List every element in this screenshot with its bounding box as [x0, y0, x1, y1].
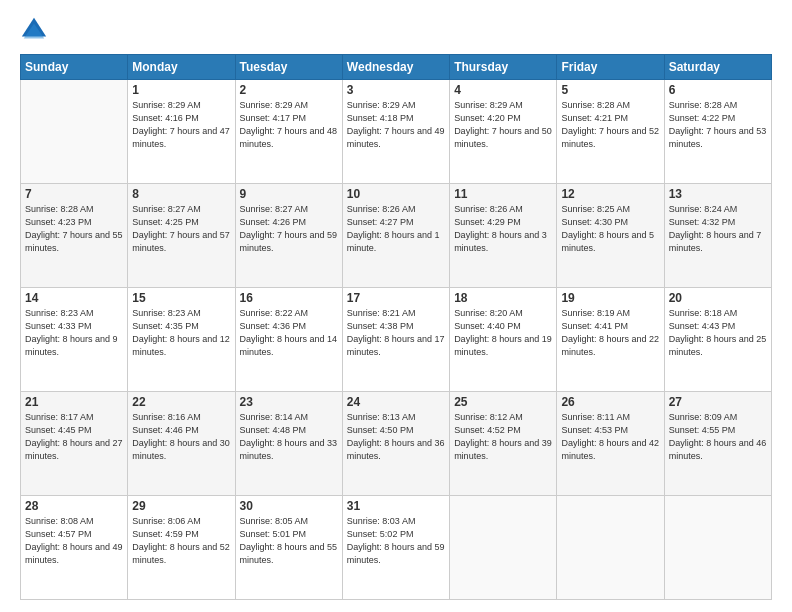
day-info: Sunrise: 8:26 AMSunset: 4:29 PMDaylight:… — [454, 203, 552, 255]
calendar-cell: 26Sunrise: 8:11 AMSunset: 4:53 PMDayligh… — [557, 392, 664, 496]
day-number: 8 — [132, 187, 230, 201]
day-number: 31 — [347, 499, 445, 513]
calendar-cell: 19Sunrise: 8:19 AMSunset: 4:41 PMDayligh… — [557, 288, 664, 392]
day-number: 10 — [347, 187, 445, 201]
day-info: Sunrise: 8:06 AMSunset: 4:59 PMDaylight:… — [132, 515, 230, 567]
calendar-cell: 10Sunrise: 8:26 AMSunset: 4:27 PMDayligh… — [342, 184, 449, 288]
calendar-cell: 5Sunrise: 8:28 AMSunset: 4:21 PMDaylight… — [557, 80, 664, 184]
day-info: Sunrise: 8:08 AMSunset: 4:57 PMDaylight:… — [25, 515, 123, 567]
day-info: Sunrise: 8:27 AMSunset: 4:26 PMDaylight:… — [240, 203, 338, 255]
day-number: 23 — [240, 395, 338, 409]
calendar-cell: 22Sunrise: 8:16 AMSunset: 4:46 PMDayligh… — [128, 392, 235, 496]
day-number: 27 — [669, 395, 767, 409]
calendar-cell: 17Sunrise: 8:21 AMSunset: 4:38 PMDayligh… — [342, 288, 449, 392]
calendar-cell: 15Sunrise: 8:23 AMSunset: 4:35 PMDayligh… — [128, 288, 235, 392]
day-number: 6 — [669, 83, 767, 97]
calendar-cell — [557, 496, 664, 600]
day-number: 9 — [240, 187, 338, 201]
logo — [20, 16, 52, 44]
calendar-cell — [21, 80, 128, 184]
day-number: 19 — [561, 291, 659, 305]
calendar-cell: 14Sunrise: 8:23 AMSunset: 4:33 PMDayligh… — [21, 288, 128, 392]
day-info: Sunrise: 8:13 AMSunset: 4:50 PMDaylight:… — [347, 411, 445, 463]
calendar-cell: 11Sunrise: 8:26 AMSunset: 4:29 PMDayligh… — [450, 184, 557, 288]
header — [20, 16, 772, 44]
day-info: Sunrise: 8:12 AMSunset: 4:52 PMDaylight:… — [454, 411, 552, 463]
calendar-week-row: 28Sunrise: 8:08 AMSunset: 4:57 PMDayligh… — [21, 496, 772, 600]
calendar-week-row: 14Sunrise: 8:23 AMSunset: 4:33 PMDayligh… — [21, 288, 772, 392]
day-info: Sunrise: 8:24 AMSunset: 4:32 PMDaylight:… — [669, 203, 767, 255]
day-info: Sunrise: 8:20 AMSunset: 4:40 PMDaylight:… — [454, 307, 552, 359]
day-info: Sunrise: 8:29 AMSunset: 4:20 PMDaylight:… — [454, 99, 552, 151]
day-number: 7 — [25, 187, 123, 201]
day-number: 4 — [454, 83, 552, 97]
day-number: 21 — [25, 395, 123, 409]
day-info: Sunrise: 8:21 AMSunset: 4:38 PMDaylight:… — [347, 307, 445, 359]
day-info: Sunrise: 8:22 AMSunset: 4:36 PMDaylight:… — [240, 307, 338, 359]
page: SundayMondayTuesdayWednesdayThursdayFrid… — [0, 0, 792, 612]
calendar-cell: 7Sunrise: 8:28 AMSunset: 4:23 PMDaylight… — [21, 184, 128, 288]
day-info: Sunrise: 8:19 AMSunset: 4:41 PMDaylight:… — [561, 307, 659, 359]
day-info: Sunrise: 8:17 AMSunset: 4:45 PMDaylight:… — [25, 411, 123, 463]
day-info: Sunrise: 8:25 AMSunset: 4:30 PMDaylight:… — [561, 203, 659, 255]
day-number: 24 — [347, 395, 445, 409]
calendar-cell — [450, 496, 557, 600]
day-number: 16 — [240, 291, 338, 305]
calendar-cell: 16Sunrise: 8:22 AMSunset: 4:36 PMDayligh… — [235, 288, 342, 392]
calendar-cell: 20Sunrise: 8:18 AMSunset: 4:43 PMDayligh… — [664, 288, 771, 392]
day-info: Sunrise: 8:14 AMSunset: 4:48 PMDaylight:… — [240, 411, 338, 463]
logo-icon — [20, 16, 48, 44]
calendar-cell: 6Sunrise: 8:28 AMSunset: 4:22 PMDaylight… — [664, 80, 771, 184]
calendar-cell: 29Sunrise: 8:06 AMSunset: 4:59 PMDayligh… — [128, 496, 235, 600]
calendar-cell: 4Sunrise: 8:29 AMSunset: 4:20 PMDaylight… — [450, 80, 557, 184]
day-info: Sunrise: 8:28 AMSunset: 4:21 PMDaylight:… — [561, 99, 659, 151]
day-info: Sunrise: 8:11 AMSunset: 4:53 PMDaylight:… — [561, 411, 659, 463]
calendar-cell — [664, 496, 771, 600]
day-info: Sunrise: 8:03 AMSunset: 5:02 PMDaylight:… — [347, 515, 445, 567]
day-number: 3 — [347, 83, 445, 97]
day-info: Sunrise: 8:05 AMSunset: 5:01 PMDaylight:… — [240, 515, 338, 567]
day-number: 11 — [454, 187, 552, 201]
weekday-header: Thursday — [450, 55, 557, 80]
calendar-cell: 21Sunrise: 8:17 AMSunset: 4:45 PMDayligh… — [21, 392, 128, 496]
day-number: 22 — [132, 395, 230, 409]
calendar-cell: 1Sunrise: 8:29 AMSunset: 4:16 PMDaylight… — [128, 80, 235, 184]
day-info: Sunrise: 8:23 AMSunset: 4:35 PMDaylight:… — [132, 307, 230, 359]
calendar-cell: 30Sunrise: 8:05 AMSunset: 5:01 PMDayligh… — [235, 496, 342, 600]
calendar-cell: 12Sunrise: 8:25 AMSunset: 4:30 PMDayligh… — [557, 184, 664, 288]
calendar-cell: 8Sunrise: 8:27 AMSunset: 4:25 PMDaylight… — [128, 184, 235, 288]
day-number: 17 — [347, 291, 445, 305]
calendar-cell: 2Sunrise: 8:29 AMSunset: 4:17 PMDaylight… — [235, 80, 342, 184]
weekday-header: Monday — [128, 55, 235, 80]
weekday-header: Saturday — [664, 55, 771, 80]
calendar-cell: 23Sunrise: 8:14 AMSunset: 4:48 PMDayligh… — [235, 392, 342, 496]
day-number: 20 — [669, 291, 767, 305]
day-number: 1 — [132, 83, 230, 97]
day-number: 28 — [25, 499, 123, 513]
day-info: Sunrise: 8:16 AMSunset: 4:46 PMDaylight:… — [132, 411, 230, 463]
day-info: Sunrise: 8:28 AMSunset: 4:23 PMDaylight:… — [25, 203, 123, 255]
day-number: 15 — [132, 291, 230, 305]
calendar-header-row: SundayMondayTuesdayWednesdayThursdayFrid… — [21, 55, 772, 80]
day-number: 13 — [669, 187, 767, 201]
calendar-week-row: 21Sunrise: 8:17 AMSunset: 4:45 PMDayligh… — [21, 392, 772, 496]
weekday-header: Tuesday — [235, 55, 342, 80]
weekday-header: Friday — [557, 55, 664, 80]
day-number: 18 — [454, 291, 552, 305]
day-info: Sunrise: 8:29 AMSunset: 4:17 PMDaylight:… — [240, 99, 338, 151]
day-info: Sunrise: 8:18 AMSunset: 4:43 PMDaylight:… — [669, 307, 767, 359]
calendar-cell: 13Sunrise: 8:24 AMSunset: 4:32 PMDayligh… — [664, 184, 771, 288]
day-info: Sunrise: 8:29 AMSunset: 4:16 PMDaylight:… — [132, 99, 230, 151]
day-info: Sunrise: 8:23 AMSunset: 4:33 PMDaylight:… — [25, 307, 123, 359]
day-number: 30 — [240, 499, 338, 513]
weekday-header: Wednesday — [342, 55, 449, 80]
day-number: 5 — [561, 83, 659, 97]
calendar-cell: 9Sunrise: 8:27 AMSunset: 4:26 PMDaylight… — [235, 184, 342, 288]
calendar-cell: 18Sunrise: 8:20 AMSunset: 4:40 PMDayligh… — [450, 288, 557, 392]
day-number: 12 — [561, 187, 659, 201]
day-number: 14 — [25, 291, 123, 305]
calendar-table: SundayMondayTuesdayWednesdayThursdayFrid… — [20, 54, 772, 600]
day-number: 25 — [454, 395, 552, 409]
day-info: Sunrise: 8:29 AMSunset: 4:18 PMDaylight:… — [347, 99, 445, 151]
calendar-cell: 31Sunrise: 8:03 AMSunset: 5:02 PMDayligh… — [342, 496, 449, 600]
